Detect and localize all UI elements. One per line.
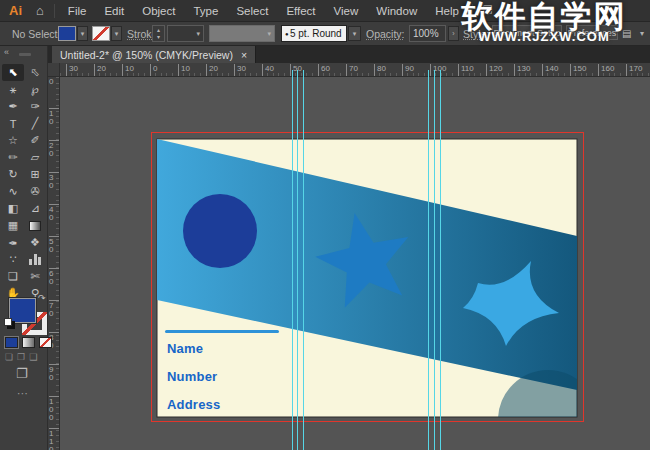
menu-object[interactable]: Object — [133, 0, 184, 22]
width-tool[interactable]: ∿ — [2, 183, 24, 200]
variable-width-combo[interactable]: ▾ — [209, 25, 275, 42]
tab-close-icon[interactable]: × — [241, 49, 247, 61]
chevron-down-icon[interactable]: ▾ — [636, 29, 648, 38]
h-ruler-label: 110 — [458, 64, 474, 77]
card-number-label[interactable]: Number — [167, 369, 217, 384]
separator — [472, 4, 473, 18]
menu-file[interactable]: File — [59, 0, 96, 22]
stroke-weight-combo[interactable]: ▾ — [167, 25, 204, 42]
stepper-up-icon[interactable]: ▴ — [157, 27, 160, 34]
default-fill-stroke-icon[interactable] — [4, 318, 12, 326]
puppet-warp-tool[interactable]: ✇ — [24, 183, 46, 200]
h-ruler-label: 0 — [150, 64, 157, 77]
v-ruler-label: 9 0 — [49, 364, 59, 382]
rotate-tool[interactable]: ↻ — [2, 166, 24, 183]
collapse-panel-icon[interactable]: « — [4, 47, 9, 57]
paint-none-button[interactable] — [39, 337, 52, 348]
screen-mode-icon[interactable]: ❐ — [16, 366, 28, 381]
stepper-down-icon[interactable]: ▾ — [157, 34, 160, 41]
document-tab[interactable]: Untitled-2* @ 150% (CMYK/Preview) × — [52, 46, 256, 63]
menu-effect[interactable]: Effect — [277, 0, 324, 22]
menu-bar: Ai ⌂ FileEditObjectTypeSelectEffectViewW… — [0, 0, 650, 22]
style-panel-link[interactable]: Style: — [463, 28, 489, 40]
symbol-sprayer-tool[interactable]: ∵ — [2, 251, 24, 268]
vertical-guide[interactable] — [440, 70, 441, 450]
opacity-panel-link[interactable]: Opacity: — [366, 28, 405, 40]
vertical-guide[interactable] — [303, 70, 304, 450]
brush-definition-combo[interactable]: ● 5 pt. Round — [281, 25, 347, 42]
tools-grid: ⬉⬁⚹℘✒✑T╱☆✐✏▱↻⊞∿✇◧⊿▦✒❖∵❏✄✋⚲ — [2, 64, 46, 302]
stroke-weight-stepper[interactable]: ▴ ▾ — [152, 25, 165, 42]
vertical-guide[interactable] — [428, 70, 429, 450]
menu-edit[interactable]: Edit — [95, 0, 133, 22]
canvas-area[interactable] — [60, 77, 650, 450]
type-tool[interactable]: T — [2, 115, 24, 132]
paint-color-button[interactable] — [5, 337, 18, 348]
eyedropper-tool[interactable]: ✒ — [2, 234, 24, 251]
card-name-label[interactable]: Name — [167, 341, 203, 356]
line-segment-tool[interactable]: ╱ — [24, 115, 46, 132]
magic-wand-tool[interactable]: ⚹ — [2, 81, 24, 98]
selection-tool[interactable]: ⬉ — [2, 64, 24, 81]
home-icon[interactable]: ⌂ — [30, 3, 50, 18]
fill-chevron-down-icon[interactable]: ▾ — [77, 26, 88, 41]
chevron-down-icon: ▾ — [196, 30, 200, 38]
panel-menu-icon[interactable]: ▤ — [622, 28, 631, 39]
slice-tool[interactable]: ✄ — [24, 268, 46, 285]
direct-selection-tool[interactable]: ⬁ — [24, 64, 46, 81]
draw-inside-icon[interactable]: ❑ — [29, 352, 37, 362]
lasso-tool[interactable]: ℘ — [24, 81, 46, 98]
vertical-guide[interactable] — [434, 70, 435, 450]
opacity-arrow-icon[interactable]: › — [448, 26, 459, 41]
card-address-label[interactable]: Address — [167, 397, 220, 412]
artboard-tool[interactable]: ❏ — [2, 268, 24, 285]
opacity-input[interactable]: 100% — [409, 25, 446, 42]
pencil-tool[interactable]: ✏ — [2, 149, 24, 166]
ruler-corner[interactable] — [48, 63, 60, 77]
menu-window[interactable]: Window — [367, 0, 426, 22]
blend-tool[interactable]: ❖ — [24, 234, 46, 251]
mesh-tool[interactable]: ▦ — [2, 217, 24, 234]
horizontal-ruler[interactable]: 3020100102030405060708090100110120130140… — [60, 63, 650, 77]
h-ruler-label: 30 — [66, 64, 78, 77]
gradient-tool[interactable] — [24, 217, 46, 234]
swap-fill-stroke-icon[interactable]: ↷ — [38, 293, 46, 303]
chevron-down-icon[interactable]: ▾ — [496, 6, 508, 15]
panel-drag-handle[interactable] — [19, 53, 31, 56]
eraser-tool[interactable]: ▱ — [24, 149, 46, 166]
v-ruler-label: 3 0 — [49, 172, 59, 190]
workspace-switcher-icon[interactable]: ❒ — [477, 4, 496, 17]
menu-view[interactable]: View — [325, 0, 368, 22]
draw-behind-icon[interactable]: ❐ — [17, 352, 25, 362]
paint-gradient-button[interactable] — [22, 337, 35, 348]
draw-normal-icon[interactable]: ❏ — [5, 352, 13, 362]
h-ruler-label: 20 — [94, 64, 106, 77]
preferences-button[interactable]: Preferences — [566, 25, 618, 40]
h-ruler-label: 170 — [626, 64, 642, 77]
fill-color-dropdown-swatch[interactable] — [58, 26, 76, 41]
vertical-ruler[interactable]: 01 02 03 04 05 06 07 08 09 01 0 01 1 0 — [48, 77, 60, 450]
perspective-grid-tool[interactable]: ⊿ — [24, 200, 46, 217]
scale-tool[interactable]: ⊞ — [24, 166, 46, 183]
shape-builder-tool[interactable]: ◧ — [2, 200, 24, 217]
h-ruler-label: 80 — [374, 64, 386, 77]
vertical-guide[interactable] — [292, 70, 293, 450]
vertical-guide[interactable] — [297, 70, 298, 450]
pen-tool[interactable]: ✒ — [2, 98, 24, 115]
menu-select[interactable]: Select — [227, 0, 277, 22]
curvature-tool[interactable]: ✑ — [24, 98, 46, 115]
h-ruler-label: 40 — [262, 64, 274, 77]
stroke-chevron-down-icon[interactable]: ▾ — [111, 26, 122, 41]
menu-type[interactable]: Type — [184, 0, 227, 22]
graph-tool[interactable] — [24, 251, 46, 268]
document-setup-button[interactable]: Document Setup — [492, 25, 562, 40]
app-logo[interactable]: Ai — [0, 3, 30, 18]
stroke-color-dropdown-swatch[interactable] — [92, 26, 110, 41]
brush-chevron-down-icon[interactable]: ▾ — [348, 26, 361, 41]
paintbrush-tool[interactable]: ✐ — [24, 132, 46, 149]
menu-help[interactable]: Help — [426, 0, 468, 22]
fill-color-swatch[interactable] — [9, 298, 36, 323]
more-tools-icon[interactable]: ⋯ — [17, 387, 28, 400]
star-shape-tool[interactable]: ☆ — [2, 132, 24, 149]
h-ruler-label: 70 — [346, 64, 358, 77]
